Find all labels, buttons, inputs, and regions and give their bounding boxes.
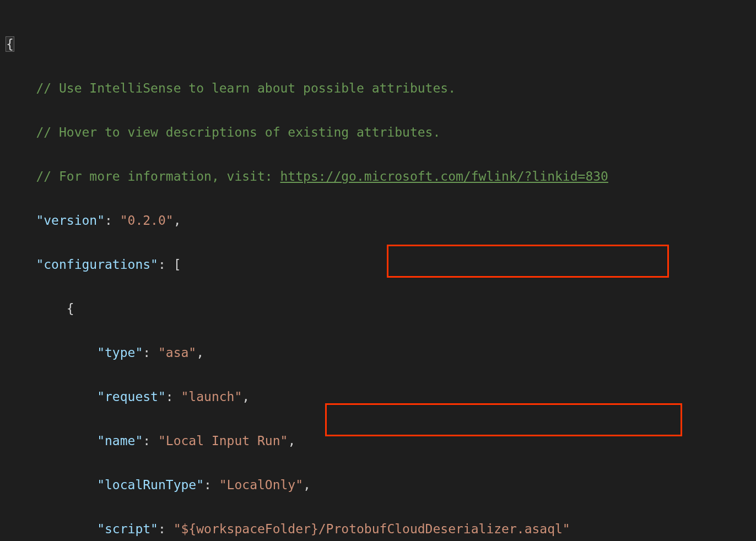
indent <box>6 345 97 360</box>
json-key: "type" <box>97 345 143 360</box>
colon: : <box>143 434 158 448</box>
indent <box>6 434 97 448</box>
json-string: "LocalOnly" <box>219 478 303 492</box>
colon: : <box>105 213 120 228</box>
json-string: "Local Input Run" <box>158 434 288 448</box>
colon: : <box>158 522 174 536</box>
open-bracket: [ <box>174 257 181 272</box>
comma: , <box>196 345 204 360</box>
comma: , <box>174 213 181 228</box>
json-key: "name" <box>97 434 143 448</box>
comma: , <box>242 389 250 404</box>
json-string: "${workspaceFolder}/ProtobufCloudDeseria… <box>174 522 570 536</box>
code-editor[interactable]: { // Use IntelliSense to learn about pos… <box>0 0 756 541</box>
json-string: "asa" <box>158 345 196 360</box>
open-brace: { <box>67 301 74 316</box>
comment-line: // Hover to view descriptions of existin… <box>36 125 440 139</box>
indent <box>6 257 36 272</box>
docs-link[interactable]: https://go.microsoft.com/fwlink/?linkid=… <box>280 169 608 183</box>
json-string: "launch" <box>181 389 242 404</box>
json-string: "0.2.0" <box>120 213 174 228</box>
comma: , <box>303 478 311 492</box>
indent <box>6 213 36 228</box>
json-key: "version" <box>36 213 105 228</box>
indent <box>6 522 97 536</box>
json-key: "script" <box>97 522 158 536</box>
comment-line: // For more information, visit: https://… <box>36 169 608 183</box>
indent <box>6 389 97 404</box>
indent <box>6 478 97 492</box>
colon: : <box>143 345 158 360</box>
indent <box>6 301 67 316</box>
indent <box>6 125 36 139</box>
indent <box>6 169 36 183</box>
colon: : <box>158 257 174 272</box>
json-key: "request" <box>97 389 166 404</box>
open-brace: { <box>6 36 14 52</box>
comma: , <box>288 434 295 448</box>
colon: : <box>204 478 219 492</box>
json-key: "configurations" <box>36 257 158 272</box>
colon: : <box>166 389 181 404</box>
comment-line: // Use IntelliSense to learn about possi… <box>36 81 456 95</box>
indent <box>6 81 36 95</box>
json-key: "localRunType" <box>97 478 204 492</box>
